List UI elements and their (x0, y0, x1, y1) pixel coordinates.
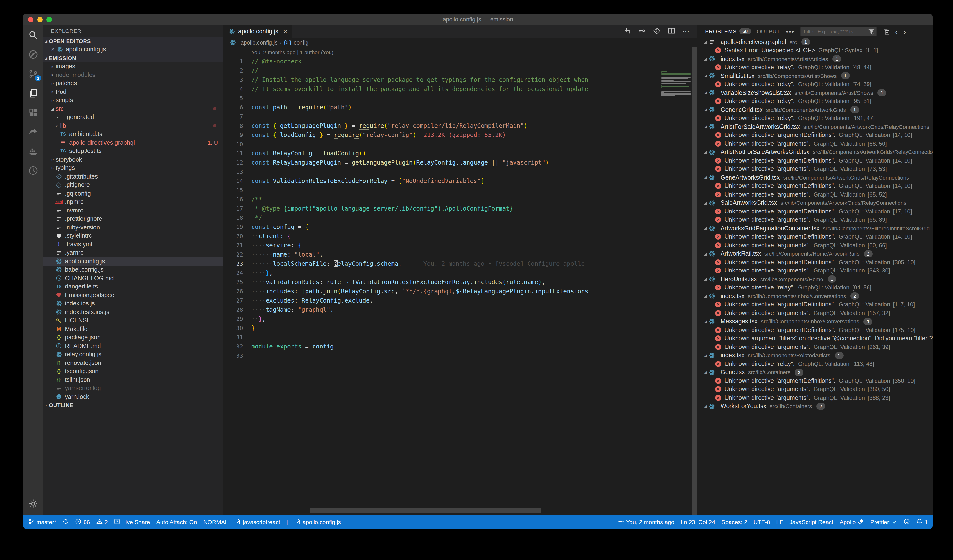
code-line-15[interactable]: 15 (223, 186, 697, 195)
explorer-item-babel-config-js[interactable]: babel.config.js (43, 266, 223, 274)
explorer-item-images[interactable]: ▹images (43, 62, 223, 71)
problem-error-row[interactable]: ×Unknown directive "arguments".GraphQL: … (697, 393, 933, 402)
problem-file-messages-tsx[interactable]: ◢Messages.tsxsrc/lib/Components/Inbox/Co… (697, 317, 933, 326)
git-icon[interactable] (653, 27, 661, 36)
problem-error-row[interactable]: ×Syntax Error: Unexpected <EOF>GraphQL: … (697, 46, 933, 55)
problem-error-row[interactable]: ×Unknown directive "relay".GraphQL: Vali… (697, 80, 933, 88)
breadcrumb-symbol[interactable]: config (294, 39, 309, 45)
open-changes-icon[interactable] (639, 27, 646, 36)
status-item-1[interactable]: 1 (916, 518, 928, 526)
explorer-item-relay-config-js[interactable]: relay.config.js (43, 350, 223, 359)
explorer-item-readme-md[interactable]: README.md (43, 342, 223, 350)
status-item-apollo[interactable]: Apollo (840, 518, 864, 526)
code-line-25[interactable]: 25····validationRules: rule ⇒ !Validatio… (223, 278, 697, 287)
status-item-ln-23-col-24[interactable]: Ln 23, Col 24 (681, 518, 715, 525)
problem-error-row[interactable]: ×Unknown directive "arguments".GraphQL: … (697, 266, 933, 275)
problem-error-row[interactable]: ×Unknown directive "relay".GraphQL: Vali… (697, 97, 933, 105)
status-item-master-[interactable]: master* (28, 518, 56, 526)
explorer-item-changelog-md[interactable]: CHANGELOG.md (43, 274, 223, 282)
problem-error-row[interactable]: ×Unknown directive "argumentDefinitions"… (697, 182, 933, 190)
status-item-auto-attach-on[interactable]: Auto Attach: On (157, 518, 197, 525)
code-line-1[interactable]: 1// @ts-nocheck (223, 57, 697, 66)
explorer-item--stylelintrc[interactable]: .stylelintrc (43, 232, 223, 240)
code-line-29[interactable]: 29··}, (223, 315, 697, 324)
code-line-21[interactable]: 21····service: { (223, 241, 697, 250)
status-item-live-share[interactable]: Live Share (114, 518, 150, 526)
problem-file-index-tsx[interactable]: ◢index.tsxsrc/lib/Components/Artist/Arti… (697, 55, 933, 63)
code-line-9[interactable]: 9const { loadConfig } = require("relay-c… (223, 131, 697, 140)
status-item-javascriptreact[interactable]: javascriptreact (234, 518, 280, 526)
code-line-14[interactable]: 14const ValidationRulesToExcludeForRelay… (223, 177, 697, 186)
problem-error-row[interactable]: ×Unknown directive "argumentDefinitions"… (697, 258, 933, 266)
breadcrumb-file[interactable]: apollo.config.js (241, 39, 278, 45)
explorer-item--gitattributes[interactable]: .gitattributes (43, 172, 223, 181)
status-item-spaces-2[interactable]: Spaces: 2 (722, 518, 747, 525)
status-item-2[interactable]: 2 (96, 518, 107, 526)
explorer-item-yarn-error-log[interactable]: yarn-error.log (43, 384, 223, 393)
explorer-item-emission-podspec[interactable]: Emission.podspec (43, 291, 223, 299)
code-line-22[interactable]: 22······name: "local", (223, 250, 697, 260)
problem-file-worksforyou-tsx[interactable]: ◢WorksForYou.tsxsrc/lib/Containers2 (697, 402, 933, 410)
explorer-item-index-ios-js[interactable]: index.ios.js (43, 299, 223, 308)
problem-error-row[interactable]: ×Unknown directive "relay".GraphQL: Vali… (697, 114, 933, 122)
code-line-24[interactable]: 24····}, (223, 269, 697, 278)
explorer-item--gqlconfig[interactable]: .gqlconfig (43, 189, 223, 198)
explorer-icon[interactable] (27, 87, 39, 99)
problem-error-row[interactable]: ×Unknown directive "relay".GraphQL: Vali… (697, 283, 933, 292)
problem-error-row[interactable]: ×Unknown directive "arguments".GraphQL: … (697, 190, 933, 199)
explorer-item-apollo-directives-graphql[interactable]: apollo-directives.graphql1, U (43, 138, 223, 147)
code-line-31[interactable]: 31 (223, 333, 697, 342)
status-item-prettier-[interactable]: Prettier:✓ (870, 518, 897, 525)
code-line-26[interactable]: 26····includes: [path.join(RelayConfig.s… (223, 287, 697, 296)
explorer-item--yarnrc[interactable]: .yarnrc (43, 249, 223, 257)
status-item-apollo-config-js[interactable]: apollo.config.js (294, 518, 341, 526)
explorer-item-storybook[interactable]: ▹storybook (43, 155, 223, 164)
explorer-item-tslint-json[interactable]: {}tslint.json (43, 376, 223, 384)
code-line-17[interactable]: 17 * @type {import("apollo-language-serv… (223, 204, 697, 213)
tab-problems[interactable]: PROBLEMS 68 (705, 25, 751, 38)
code-line-13[interactable]: 13 (223, 167, 697, 177)
problem-error-row[interactable]: ×Unknown directive "argumentDefinitions"… (697, 377, 933, 385)
problem-error-row[interactable]: ×Unknown directive "relay".GraphQL: Vali… (697, 360, 933, 368)
problem-file-artistnotforsaleartworksgrid-tsx[interactable]: ◢ArtistNotForSaleArtworksGrid.tsxsrc/lib… (697, 148, 933, 156)
explorer-item-patches[interactable]: ▹patches (43, 79, 223, 88)
status-item-javascript-react[interactable]: JavaScript React (789, 518, 833, 525)
explorer-item-dangerfile-ts[interactable]: TSdangerfile.ts (43, 282, 223, 291)
status-item-normal[interactable]: NORMAL (203, 518, 228, 525)
problem-file-saleartworksgrid-tsx[interactable]: ◢SaleArtworksGrid.tsxsrc/lib/Components/… (697, 199, 933, 207)
code-line-8[interactable]: 8const { getLanguagePlugin } = require("… (223, 122, 697, 131)
code-line-10[interactable]: 10 (223, 140, 697, 149)
compare-changes-icon[interactable] (624, 27, 632, 36)
explorer-item-setupjest-ts[interactable]: TSsetupJest.ts (43, 147, 223, 155)
explorer-item--gitignore[interactable]: .gitignore (43, 181, 223, 189)
explorer-item-tsconfig-json[interactable]: {}tsconfig.json (43, 367, 223, 376)
explorer-item-pod[interactable]: ▹Pod (43, 88, 223, 96)
explorer-item-license[interactable]: LICENSE (43, 316, 223, 325)
status-item-you-2-months-ago[interactable]: You, 2 months ago (618, 518, 674, 526)
explorer-item-node-modules[interactable]: ▹node_modules (43, 71, 223, 79)
code-line-28[interactable]: 28····tagName: "graphql", (223, 305, 697, 315)
status-item-utf-8[interactable]: UTF-8 (753, 518, 770, 525)
close-editor-icon[interactable]: × (50, 46, 56, 53)
problem-error-row[interactable]: ×Unknown directive "arguments".GraphQL: … (697, 385, 933, 393)
close-window-button[interactable] (28, 17, 33, 22)
code-line-2[interactable]: 2// (223, 66, 697, 76)
problem-error-row[interactable]: ×Unknown directive "arguments".GraphQL: … (697, 216, 933, 224)
explorer-item--ruby-version[interactable]: .ruby-version (43, 223, 223, 232)
explorer-item--npmrc[interactable]: npm.npmrc (43, 198, 223, 206)
problem-error-row[interactable]: ×Unknown directive "arguments".GraphQL: … (697, 139, 933, 148)
explorer-item-index-tests-ios-js[interactable]: index.tests.ios.js (43, 308, 223, 316)
problem-file-variablesizeshowslist-tsx[interactable]: ◢VariableSizeShowsList.tsxsrc/lib/Compon… (697, 88, 933, 97)
search-icon[interactable] (27, 29, 39, 41)
more-actions-icon[interactable]: ⋯ (682, 27, 690, 36)
chevron-left-icon[interactable]: ‹ (895, 28, 897, 35)
split-editor-icon[interactable] (668, 27, 675, 36)
explorer-item-yarn-lock[interactable]: yarn.lock (43, 393, 223, 401)
tab-apollo-config[interactable]: apollo.config.js × (223, 25, 293, 38)
explorer-item--generated-[interactable]: ▹__generated__ (43, 113, 223, 122)
code-line-20[interactable]: 20··client: { (223, 232, 697, 241)
problem-file-gene-tsx[interactable]: ◢Gene.tsxsrc/lib/Containers3 (697, 368, 933, 377)
code-line-23[interactable]: 23······localSchemaFile: RelayConfig.sch… (223, 260, 697, 269)
explorer-item-apollo-config-js[interactable]: apollo.config.js (43, 257, 223, 266)
problem-file-genericgrid-tsx[interactable]: ◢GenericGrid.tsxsrc/lib/Components/Artwo… (697, 105, 933, 114)
